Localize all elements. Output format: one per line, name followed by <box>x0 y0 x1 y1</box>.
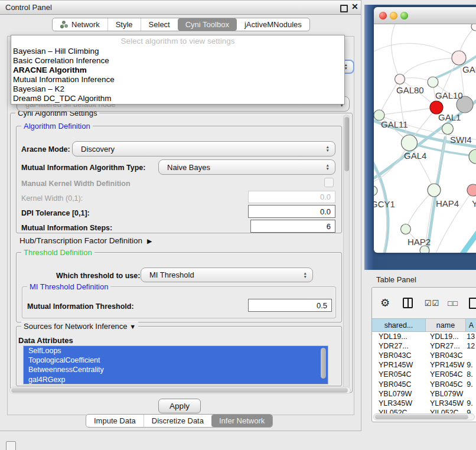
split-view-icon[interactable] <box>403 298 413 308</box>
mi-threshold-field[interactable]: 0.5 <box>248 299 332 312</box>
column-header-shared-name[interactable]: shared... <box>372 319 426 331</box>
settings-hscrollbar-thumb[interactable] <box>11 388 348 393</box>
tab-infer-network[interactable]: Infer Network <box>211 415 272 427</box>
which-threshold-combo[interactable]: MI Threshold ▲▼ <box>141 268 313 282</box>
cell[interactable]: YBR045C <box>372 380 425 389</box>
table-row[interactable]: YER054CYER054C8. <box>372 370 476 379</box>
network-node[interactable] <box>452 51 466 65</box>
tab-jactivemnodules[interactable]: jActiveMNodules <box>237 18 309 31</box>
network-window-titlebar[interactable] <box>374 7 476 24</box>
dpi-tolerance-field[interactable]: 0.0 <box>248 205 335 218</box>
select-all-icon[interactable]: ☑☑ <box>425 299 439 308</box>
control-panel-titlebar[interactable]: Control Panel ✕ <box>0 1 361 15</box>
sources-group-title[interactable]: Sources for Network Inference ▼ <box>21 322 138 331</box>
network-node[interactable] <box>467 184 476 196</box>
settings-vertical-scrollbar[interactable] <box>343 115 350 390</box>
tab-select[interactable]: Select <box>141 18 178 31</box>
cell[interactable]: YPR145W <box>425 361 465 369</box>
table-row[interactable]: YBR045CYBR045C9. <box>372 379 476 389</box>
cell[interactable]: YIL052C <box>372 409 425 413</box>
gear-icon[interactable]: ⚙ <box>380 296 390 309</box>
cell[interactable]: YBL079W <box>372 390 425 398</box>
network-node-gal80[interactable] <box>395 74 405 84</box>
hub-definition-expander[interactable]: Hub/Transcription Factor Definition▶ <box>19 236 152 245</box>
cell[interactable]: 8. <box>465 370 476 379</box>
aracne-mode-value: Discovery <box>81 145 115 154</box>
cell[interactable]: YBL079W <box>425 390 465 398</box>
settings-horizontal-scrollbar[interactable] <box>9 387 351 394</box>
algorithm-option[interactable]: Bayesian – Hill Climbing <box>11 47 344 56</box>
cell[interactable]: YER054C <box>372 370 425 379</box>
cell[interactable]: 13 <box>465 332 476 341</box>
edge <box>406 190 434 229</box>
algorithm-option-selected[interactable]: ARACNE Algorithm <box>11 66 344 75</box>
cell[interactable]: YDL19... <box>372 332 425 341</box>
network-node-hap4[interactable] <box>428 184 441 197</box>
table-hscrollbar-thumb[interactable] <box>375 415 468 419</box>
close-icon[interactable]: ✕ <box>351 2 358 11</box>
column-header-partial[interactable]: A <box>466 319 476 331</box>
table-row[interactable]: YLR345WYLR345W9. <box>372 399 476 408</box>
cell[interactable]: YLR345W <box>425 399 465 407</box>
tab-cyni-toolbox[interactable]: Cyni Toolbox <box>178 18 237 31</box>
table-row[interactable]: YDL19...YDL19...13 <box>372 332 476 341</box>
cell[interactable]: 9. <box>465 399 476 407</box>
mi-algorithm-type-combo[interactable]: Naive Bayes ▲▼ <box>158 159 335 175</box>
network-node-gal4[interactable] <box>402 135 418 151</box>
attribute-item[interactable]: BetweennessCentrality <box>24 365 328 374</box>
cell[interactable]: YDL19... <box>425 332 465 341</box>
table-row[interactable]: YBR043CYBR043C <box>372 351 476 360</box>
minimize-traffic-light[interactable] <box>390 12 397 19</box>
algorithm-option[interactable]: Dream8 DC_TDC Algorithm <box>11 94 344 103</box>
import-table-icon[interactable] <box>469 298 476 309</box>
network-node-swi4[interactable] <box>442 123 454 135</box>
tab-network[interactable]: Network <box>53 18 107 31</box>
cell[interactable]: YBR043C <box>372 351 425 360</box>
cell[interactable]: YPR145W <box>372 361 425 369</box>
manual-kernel-width-checkbox[interactable] <box>324 178 334 187</box>
column-header-name[interactable]: name <box>426 319 466 331</box>
attribute-item[interactable]: SelfLoops <box>24 346 328 356</box>
cell[interactable]: 9. <box>465 409 476 413</box>
cell[interactable]: 9. <box>465 380 476 389</box>
algorithm-option[interactable]: Basic Correlation Inference <box>11 56 344 66</box>
apply-button[interactable]: Apply <box>158 399 201 413</box>
settings-scrollbar-thumb[interactable] <box>344 117 349 171</box>
cell[interactable]: YDR27... <box>372 342 425 350</box>
cell[interactable]: YLR345W <box>372 399 425 407</box>
mi-steps-field[interactable]: 6 <box>250 220 335 233</box>
network-node[interactable] <box>469 149 476 164</box>
restore-panel-icon[interactable] <box>6 441 16 450</box>
table-row[interactable]: YIL052CYIL052C9. <box>372 408 476 413</box>
cell[interactable]: YER054C <box>425 370 465 379</box>
tab-discretize-data[interactable]: Discretize Data <box>144 415 211 427</box>
close-traffic-light[interactable] <box>379 12 387 19</box>
attribute-item[interactable]: gal4RGexp <box>24 375 328 384</box>
zoom-traffic-light[interactable] <box>400 12 408 19</box>
network-canvas[interactable]: GAL GAL80 GAL10 GAL1 GAL11 SWI4 GAL4 GCY… <box>374 24 476 253</box>
cell[interactable]: YBR043C <box>425 351 465 360</box>
attribute-item[interactable]: TopologicalCoefficient <box>24 356 328 365</box>
tab-style[interactable]: Style <box>107 18 141 31</box>
network-node-gcy1[interactable] <box>374 186 377 195</box>
attribute-list-scrollbar-thumb[interactable] <box>321 348 326 379</box>
aracne-mode-combo[interactable]: Discovery ▲▼ <box>72 141 335 156</box>
table-row[interactable]: YBL079WYBL079W <box>372 389 476 399</box>
table-row[interactable]: YPR145WYPR145W9. <box>372 360 476 370</box>
float-window-icon[interactable] <box>340 5 348 12</box>
deselect-all-icon[interactable]: □□ <box>448 299 458 308</box>
algorithm-option[interactable]: Mutual Information Inference <box>11 75 344 84</box>
cell[interactable]: 9. <box>465 361 476 369</box>
tab-impute-data[interactable]: Impute Data <box>86 415 144 427</box>
table-row[interactable]: YDR27...YDR27...12 <box>372 341 476 351</box>
tab-discretize-data-label: Discretize Data <box>152 416 204 425</box>
network-node-hap2[interactable] <box>401 224 411 234</box>
network-node-gal10[interactable] <box>428 77 438 87</box>
algorithm-option[interactable]: Bayesian – K2 <box>11 84 344 94</box>
kernel-width-field[interactable]: 0.0 <box>248 191 335 203</box>
cell[interactable]: YDR27... <box>425 342 465 350</box>
table-horizontal-scrollbar[interactable] <box>373 413 475 420</box>
cell[interactable]: 12 <box>465 342 476 350</box>
cell[interactable]: YIL052C <box>425 409 465 413</box>
cell[interactable]: YBR045C <box>425 380 465 389</box>
